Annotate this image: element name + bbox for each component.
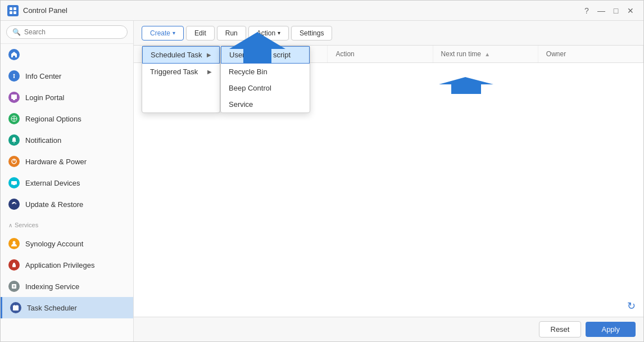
sidebar-item-application-privileges[interactable]: Application Privileges [1, 254, 133, 276]
notification-icon [8, 134, 20, 146]
column-owner: Owner [538, 46, 643, 62]
svg-rect-6 [11, 94, 17, 99]
run-button[interactable]: Run [217, 26, 246, 40]
info-center-icon [8, 70, 20, 82]
toolbar: Create ▾ Edit Run Action ▾ Settings [134, 21, 643, 46]
svg-rect-21 [14, 305, 15, 307]
column-next-run-time[interactable]: Next run time ▲ [433, 46, 538, 62]
settings-button[interactable]: Settings [291, 26, 332, 40]
create-dropdown-container: Scheduled Task ▶ Triggered Task ▶ User-d… [142, 46, 310, 113]
search-input[interactable] [24, 28, 121, 36]
sidebar-item-task-scheduler[interactable]: Task Scheduler [1, 297, 133, 318]
sidebar-item-login-portal[interactable]: Login Portal [1, 87, 133, 108]
services-chevron: ∧ [8, 222, 12, 228]
create-dropdown-arrow: ▾ [173, 30, 175, 36]
task-scheduler-icon [10, 302, 21, 313]
indexing-service-icon [8, 281, 20, 292]
svg-rect-12 [11, 181, 17, 184]
create-button[interactable]: Create ▾ [142, 26, 184, 40]
reset-button[interactable]: Reset [539, 321, 582, 338]
svg-rect-2 [10, 11, 12, 14]
action-dropdown-arrow: ▾ [278, 30, 280, 36]
svg-rect-15 [12, 264, 16, 267]
submenu-user-defined-script[interactable]: User-defined script [221, 46, 310, 64]
control-panel-window: Control Panel ? — □ ✕ 🔍 [0, 0, 644, 342]
create-dropdown-menu: Scheduled Task ▶ Triggered Task ▶ [142, 46, 220, 113]
application-privileges-label: Application Privileges [25, 261, 95, 269]
scheduled-task-arrow: ▶ [207, 52, 211, 58]
submenu-beep-control[interactable]: Beep Control [221, 80, 310, 96]
info-center-label: Info Center [25, 72, 61, 80]
search-box: 🔍 [6, 25, 128, 39]
task-scheduler-label: Task Scheduler [27, 304, 77, 312]
synology-account-label: Synology Account [25, 240, 83, 248]
services-label: Services [15, 222, 38, 228]
content-area: Create ▾ Edit Run Action ▾ Settings [134, 21, 643, 341]
main-layout: 🔍 Info Center Log [1, 21, 643, 341]
hardware-power-icon [8, 156, 20, 167]
sort-icon: ▲ [484, 51, 490, 57]
titlebar: Control Panel ? — □ ✕ [1, 1, 643, 21]
sidebar-item-regional-options[interactable]: Regional Options [1, 108, 133, 129]
indexing-service-label: Indexing Service [25, 282, 79, 291]
svg-rect-3 [13, 11, 16, 14]
svg-rect-22 [17, 305, 18, 307]
services-section-header[interactable]: ∧ Services [1, 217, 133, 233]
close-button[interactable]: ✕ [624, 4, 637, 17]
sidebar-item-hardware-power[interactable]: Hardware & Power [1, 151, 133, 172]
application-privileges-icon [8, 259, 20, 271]
svg-rect-1 [13, 7, 16, 10]
svg-rect-7 [13, 99, 15, 100]
notification-label: Notification [25, 136, 61, 145]
refresh-button[interactable]: ↻ [627, 300, 636, 312]
update-restore-icon [8, 199, 20, 210]
sidebar-item-external-devices[interactable]: External Devices [1, 172, 133, 194]
app-icon [7, 5, 19, 16]
window-controls: ? — □ ✕ [580, 4, 637, 17]
external-devices-icon [8, 177, 20, 188]
external-devices-label: External Devices [25, 179, 80, 187]
maximize-button[interactable]: □ [610, 4, 622, 17]
scheduled-task-menu-item[interactable]: Scheduled Task ▶ [142, 46, 220, 64]
svg-rect-13 [13, 184, 15, 185]
titlebar-left: Control Panel [7, 5, 67, 16]
sidebar-item-home[interactable] [1, 44, 133, 65]
update-restore-label: Update & Restore [25, 200, 83, 209]
sidebar-item-notification[interactable]: Notification [1, 129, 133, 151]
login-portal-icon [8, 92, 20, 103]
hardware-power-label: Hardware & Power [25, 158, 87, 166]
minimize-button[interactable]: — [595, 4, 607, 17]
submenu-recycle-bin[interactable]: Recycle Bin [221, 64, 310, 80]
sidebar-item-indexing-service[interactable]: Indexing Service [1, 276, 133, 297]
bottom-bar: Reset Apply [134, 317, 643, 341]
svg-rect-16 [12, 284, 16, 289]
svg-rect-0 [10, 7, 12, 10]
triggered-task-menu-item[interactable]: Triggered Task ▶ [142, 64, 220, 80]
login-portal-label: Login Portal [25, 93, 64, 102]
apply-button[interactable]: Apply [586, 322, 636, 337]
sidebar-item-update-restore[interactable]: Update & Restore [1, 194, 133, 215]
svg-rect-11 [13, 159, 15, 161]
sidebar-item-synology-account[interactable]: Synology Account [1, 233, 133, 254]
triggered-task-arrow: ▶ [207, 69, 212, 75]
submenu-service[interactable]: Service [221, 96, 310, 112]
synology-account-icon [8, 238, 20, 249]
sidebar-item-info-center[interactable]: Info Center [1, 65, 133, 87]
svg-point-4 [13, 74, 15, 76]
edit-button[interactable]: Edit [186, 26, 215, 40]
svg-rect-9 [13, 142, 15, 143]
sidebar-search-area: 🔍 [1, 21, 133, 44]
column-action: Action [328, 46, 433, 62]
scheduled-task-submenu: User-defined script Recycle Bin Beep Con… [220, 46, 310, 113]
svg-point-14 [13, 241, 16, 244]
sidebar: 🔍 Info Center Log [1, 21, 134, 341]
svg-rect-19 [13, 305, 19, 310]
help-button[interactable]: ? [580, 4, 593, 17]
search-icon: 🔍 [12, 28, 21, 36]
app-title: Control Panel [23, 6, 67, 15]
regional-options-label: Regional Options [25, 115, 81, 123]
regional-options-icon [8, 113, 20, 124]
action-button[interactable]: Action ▾ [248, 26, 289, 40]
svg-rect-5 [13, 76, 15, 78]
home-icon [8, 49, 20, 60]
